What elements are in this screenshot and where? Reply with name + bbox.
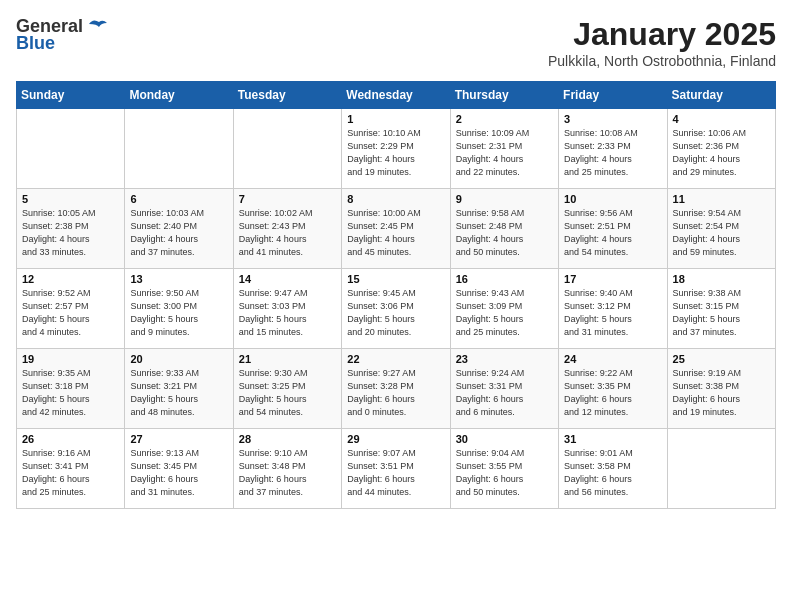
day-info: Sunrise: 10:00 AM Sunset: 2:45 PM Daylig… [347,207,444,259]
day-info: Sunrise: 9:35 AM Sunset: 3:18 PM Dayligh… [22,367,119,419]
day-number: 2 [456,113,553,125]
table-row: 2Sunrise: 10:09 AM Sunset: 2:31 PM Dayli… [450,109,558,189]
day-number: 5 [22,193,119,205]
day-info: Sunrise: 9:50 AM Sunset: 3:00 PM Dayligh… [130,287,227,339]
logo-bird-icon [85,18,107,36]
day-info: Sunrise: 10:05 AM Sunset: 2:38 PM Daylig… [22,207,119,259]
day-info: Sunrise: 9:45 AM Sunset: 3:06 PM Dayligh… [347,287,444,339]
day-info: Sunrise: 9:22 AM Sunset: 3:35 PM Dayligh… [564,367,661,419]
day-number: 8 [347,193,444,205]
page-header: General Blue January 2025 Pulkkila, Nort… [16,16,776,69]
calendar-week-5: 26Sunrise: 9:16 AM Sunset: 3:41 PM Dayli… [17,429,776,509]
table-row: 8Sunrise: 10:00 AM Sunset: 2:45 PM Dayli… [342,189,450,269]
table-row: 12Sunrise: 9:52 AM Sunset: 2:57 PM Dayli… [17,269,125,349]
day-info: Sunrise: 9:10 AM Sunset: 3:48 PM Dayligh… [239,447,336,499]
table-row: 29Sunrise: 9:07 AM Sunset: 3:51 PM Dayli… [342,429,450,509]
calendar-week-1: 1Sunrise: 10:10 AM Sunset: 2:29 PM Dayli… [17,109,776,189]
day-number: 21 [239,353,336,365]
table-row: 26Sunrise: 9:16 AM Sunset: 3:41 PM Dayli… [17,429,125,509]
header-wednesday: Wednesday [342,82,450,109]
table-row: 3Sunrise: 10:08 AM Sunset: 2:33 PM Dayli… [559,109,667,189]
logo: General Blue [16,16,107,54]
day-number: 9 [456,193,553,205]
day-info: Sunrise: 9:04 AM Sunset: 3:55 PM Dayligh… [456,447,553,499]
table-row: 9Sunrise: 9:58 AM Sunset: 2:48 PM Daylig… [450,189,558,269]
day-number: 15 [347,273,444,285]
table-row: 5Sunrise: 10:05 AM Sunset: 2:38 PM Dayli… [17,189,125,269]
calendar-title: January 2025 [548,16,776,53]
table-row: 21Sunrise: 9:30 AM Sunset: 3:25 PM Dayli… [233,349,341,429]
table-row: 30Sunrise: 9:04 AM Sunset: 3:55 PM Dayli… [450,429,558,509]
table-row [125,109,233,189]
table-row [17,109,125,189]
day-number: 24 [564,353,661,365]
table-row: 18Sunrise: 9:38 AM Sunset: 3:15 PM Dayli… [667,269,775,349]
calendar-week-3: 12Sunrise: 9:52 AM Sunset: 2:57 PM Dayli… [17,269,776,349]
day-info: Sunrise: 9:01 AM Sunset: 3:58 PM Dayligh… [564,447,661,499]
table-row: 31Sunrise: 9:01 AM Sunset: 3:58 PM Dayli… [559,429,667,509]
header-saturday: Saturday [667,82,775,109]
table-row: 17Sunrise: 9:40 AM Sunset: 3:12 PM Dayli… [559,269,667,349]
day-number: 31 [564,433,661,445]
table-row: 14Sunrise: 9:47 AM Sunset: 3:03 PM Dayli… [233,269,341,349]
day-number: 19 [22,353,119,365]
table-row: 13Sunrise: 9:50 AM Sunset: 3:00 PM Dayli… [125,269,233,349]
header-sunday: Sunday [17,82,125,109]
table-row: 11Sunrise: 9:54 AM Sunset: 2:54 PM Dayli… [667,189,775,269]
day-number: 7 [239,193,336,205]
day-number: 28 [239,433,336,445]
day-info: Sunrise: 9:52 AM Sunset: 2:57 PM Dayligh… [22,287,119,339]
day-info: Sunrise: 9:54 AM Sunset: 2:54 PM Dayligh… [673,207,770,259]
day-number: 22 [347,353,444,365]
day-number: 17 [564,273,661,285]
day-info: Sunrise: 9:24 AM Sunset: 3:31 PM Dayligh… [456,367,553,419]
title-block: January 2025 Pulkkila, North Ostrobothni… [548,16,776,69]
day-info: Sunrise: 9:40 AM Sunset: 3:12 PM Dayligh… [564,287,661,339]
calendar-header-row: Sunday Monday Tuesday Wednesday Thursday… [17,82,776,109]
table-row: 24Sunrise: 9:22 AM Sunset: 3:35 PM Dayli… [559,349,667,429]
day-number: 18 [673,273,770,285]
day-number: 27 [130,433,227,445]
day-number: 20 [130,353,227,365]
day-number: 14 [239,273,336,285]
table-row: 4Sunrise: 10:06 AM Sunset: 2:36 PM Dayli… [667,109,775,189]
table-row: 6Sunrise: 10:03 AM Sunset: 2:40 PM Dayli… [125,189,233,269]
table-row: 22Sunrise: 9:27 AM Sunset: 3:28 PM Dayli… [342,349,450,429]
table-row: 7Sunrise: 10:02 AM Sunset: 2:43 PM Dayli… [233,189,341,269]
day-number: 12 [22,273,119,285]
day-info: Sunrise: 9:58 AM Sunset: 2:48 PM Dayligh… [456,207,553,259]
day-number: 4 [673,113,770,125]
calendar-table: Sunday Monday Tuesday Wednesday Thursday… [16,81,776,509]
calendar-week-2: 5Sunrise: 10:05 AM Sunset: 2:38 PM Dayli… [17,189,776,269]
table-row: 19Sunrise: 9:35 AM Sunset: 3:18 PM Dayli… [17,349,125,429]
header-friday: Friday [559,82,667,109]
day-info: Sunrise: 10:02 AM Sunset: 2:43 PM Daylig… [239,207,336,259]
day-info: Sunrise: 9:19 AM Sunset: 3:38 PM Dayligh… [673,367,770,419]
day-number: 3 [564,113,661,125]
day-number: 30 [456,433,553,445]
day-info: Sunrise: 10:10 AM Sunset: 2:29 PM Daylig… [347,127,444,179]
day-info: Sunrise: 9:27 AM Sunset: 3:28 PM Dayligh… [347,367,444,419]
day-number: 25 [673,353,770,365]
calendar-subtitle: Pulkkila, North Ostrobothnia, Finland [548,53,776,69]
table-row: 25Sunrise: 9:19 AM Sunset: 3:38 PM Dayli… [667,349,775,429]
day-info: Sunrise: 10:09 AM Sunset: 2:31 PM Daylig… [456,127,553,179]
table-row: 10Sunrise: 9:56 AM Sunset: 2:51 PM Dayli… [559,189,667,269]
day-number: 26 [22,433,119,445]
day-info: Sunrise: 9:13 AM Sunset: 3:45 PM Dayligh… [130,447,227,499]
day-number: 10 [564,193,661,205]
table-row: 28Sunrise: 9:10 AM Sunset: 3:48 PM Dayli… [233,429,341,509]
day-info: Sunrise: 9:16 AM Sunset: 3:41 PM Dayligh… [22,447,119,499]
day-info: Sunrise: 9:30 AM Sunset: 3:25 PM Dayligh… [239,367,336,419]
table-row: 23Sunrise: 9:24 AM Sunset: 3:31 PM Dayli… [450,349,558,429]
day-info: Sunrise: 9:33 AM Sunset: 3:21 PM Dayligh… [130,367,227,419]
table-row: 16Sunrise: 9:43 AM Sunset: 3:09 PM Dayli… [450,269,558,349]
logo-blue-text: Blue [16,33,55,54]
day-info: Sunrise: 10:08 AM Sunset: 2:33 PM Daylig… [564,127,661,179]
day-info: Sunrise: 9:43 AM Sunset: 3:09 PM Dayligh… [456,287,553,339]
table-row: 27Sunrise: 9:13 AM Sunset: 3:45 PM Dayli… [125,429,233,509]
day-number: 11 [673,193,770,205]
calendar-week-4: 19Sunrise: 9:35 AM Sunset: 3:18 PM Dayli… [17,349,776,429]
day-info: Sunrise: 10:03 AM Sunset: 2:40 PM Daylig… [130,207,227,259]
day-info: Sunrise: 10:06 AM Sunset: 2:36 PM Daylig… [673,127,770,179]
